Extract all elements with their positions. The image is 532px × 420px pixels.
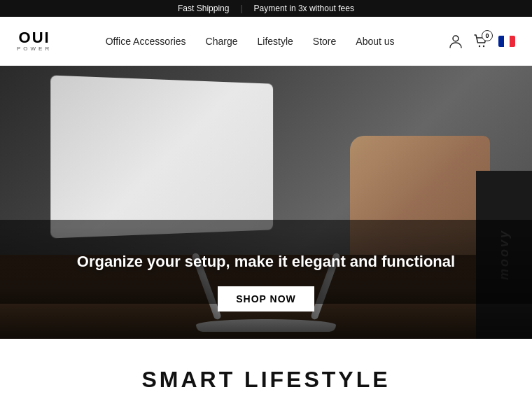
cart-badge: 0	[482, 30, 493, 41]
flag-red	[510, 36, 515, 47]
account-button[interactable]	[448, 34, 463, 49]
nav-office-accessories[interactable]: Office Accessories	[106, 36, 186, 47]
cart-button[interactable]: 0	[473, 34, 489, 49]
top-bar: Fast Shipping | Payment in 3x without fe…	[0, 0, 532, 17]
account-icon	[448, 34, 463, 49]
logo-power: POWER	[17, 46, 52, 52]
logo[interactable]: OUI POWER	[17, 30, 52, 52]
svg-point-2	[483, 45, 484, 46]
svg-point-0	[453, 36, 458, 41]
top-bar-divider: |	[240, 4, 242, 13]
logo-oui: OUI	[19, 30, 50, 46]
nav-store[interactable]: Store	[313, 36, 336, 47]
svg-point-1	[479, 45, 480, 46]
language-flag[interactable]	[498, 36, 515, 47]
flag-blue	[498, 36, 504, 47]
header-actions: 0	[448, 34, 515, 49]
smart-lifestyle-title: SMART LIFESTYLE	[14, 367, 518, 393]
header: OUI POWER Office Accessories Charge Life…	[0, 17, 532, 66]
nav-lifestyle[interactable]: Lifestyle	[257, 36, 293, 47]
hero-headline: Organize your setup, make it elegant and…	[77, 253, 455, 271]
hero-cta-wrap: SHOP NOW	[0, 286, 532, 312]
smart-lifestyle-section: SMART LIFESTYLE	[0, 339, 532, 407]
flag-white	[504, 36, 510, 47]
shop-now-button[interactable]: SHOP NOW	[218, 286, 314, 312]
nav-charge[interactable]: Charge	[206, 36, 238, 47]
shipping-text: Fast Shipping	[178, 4, 229, 13]
hero-section: moovy Organize your setup, make it elega…	[0, 66, 532, 339]
payment-text: Payment in 3x without fees	[254, 4, 354, 13]
nav-about-us[interactable]: About us	[356, 36, 394, 47]
main-nav: Office Accessories Charge Lifestyle Stor…	[52, 36, 448, 47]
